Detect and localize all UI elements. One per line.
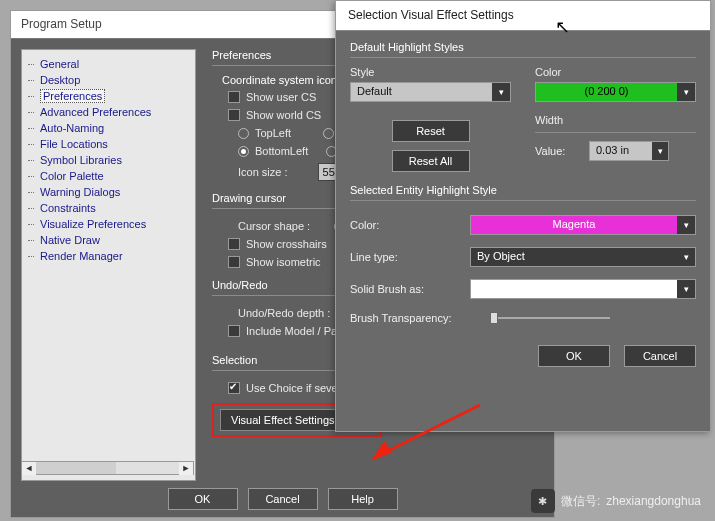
dialog-title: Selection Visual Effect Settings — [336, 1, 710, 31]
chevron-down-icon: ▾ — [677, 83, 695, 101]
show-world-cs-label: Show world CS — [246, 109, 321, 121]
slider-thumb[interactable] — [490, 312, 498, 324]
tree-horizontal-scrollbar[interactable]: ◄ ► — [21, 461, 194, 475]
topleft-label: TopLeft — [255, 127, 291, 139]
highlight-color-value: (0 200 0) — [536, 83, 677, 101]
use-choice-label: Use Choice if sever — [246, 382, 341, 394]
style-value: Default — [351, 83, 492, 101]
tree-item-constraints[interactable]: Constraints — [26, 200, 191, 216]
include-model-label: Include Model / Pape — [246, 325, 349, 337]
topleft-radio[interactable] — [238, 128, 249, 139]
dialog-cancel-button[interactable]: Cancel — [624, 345, 696, 367]
bottomleft-radio[interactable] — [238, 146, 249, 157]
tree-item-render-manager[interactable]: Render Manager — [26, 248, 191, 264]
selected-entity-group: Selected Entity Highlight Style — [350, 184, 696, 198]
brush-transparency-label: Brush Transparency: — [350, 312, 480, 324]
category-tree[interactable]: General Desktop Preferences Advanced Pre… — [21, 49, 196, 481]
default-highlight-group: Default Highlight Styles — [350, 41, 696, 55]
value-label: Value: — [535, 145, 579, 157]
style-label: Style — [350, 66, 511, 82]
width-value-field[interactable]: 0.03 in ▾ — [589, 141, 669, 161]
tree-item-color-palette[interactable]: Color Palette — [26, 168, 191, 184]
show-world-cs-checkbox[interactable] — [228, 109, 240, 121]
highlight-color-select[interactable]: (0 200 0) ▾ — [535, 82, 696, 102]
scroll-thumb[interactable] — [36, 462, 116, 474]
icon-size-label: Icon size : — [238, 166, 288, 178]
show-isometric-label: Show isometric — [246, 256, 321, 268]
show-isometric-checkbox[interactable] — [228, 256, 240, 268]
tree-item-file-locations[interactable]: File Locations — [26, 136, 191, 152]
tree-item-advanced-preferences[interactable]: Advanced Preferences — [26, 104, 191, 120]
dialog-ok-button[interactable]: OK — [538, 345, 610, 367]
chevron-down-icon: ▾ — [677, 216, 695, 234]
chevron-down-icon: ▾ — [652, 142, 668, 160]
cursor-shape-label: Cursor shape : — [238, 220, 310, 232]
tree-item-desktop[interactable]: Desktop — [26, 72, 191, 88]
tree-item-visualize-preferences[interactable]: Visualize Preferences — [26, 216, 191, 232]
width-value: 0.03 in — [590, 142, 652, 160]
show-crosshairs-checkbox[interactable] — [228, 238, 240, 250]
watermark: ✱ 微信号: zhexiangdonghua — [531, 489, 701, 513]
sel-color-value: Magenta — [471, 216, 677, 234]
setup-button-bar: OK Cancel Help — [11, 481, 554, 517]
show-user-cs-label: Show user CS — [246, 91, 316, 103]
tree-item-auto-naming[interactable]: Auto-Naming — [26, 120, 191, 136]
tree-item-symbol-libraries[interactable]: Symbol Libraries — [26, 152, 191, 168]
scroll-left-button[interactable]: ◄ — [22, 462, 36, 475]
chevron-down-icon: ▾ — [677, 248, 695, 266]
reset-all-button[interactable]: Reset All — [392, 150, 470, 172]
undo-depth-label: Undo/Redo depth : — [238, 307, 330, 319]
tree-item-native-draw[interactable]: Native Draw — [26, 232, 191, 248]
watermark-label: 微信号: — [561, 493, 600, 510]
use-choice-checkbox[interactable] — [228, 382, 240, 394]
tree-item-warning-dialogs[interactable]: Warning Dialogs — [26, 184, 191, 200]
chevron-down-icon: ▾ — [677, 280, 695, 298]
wechat-icon: ✱ — [531, 489, 555, 513]
setup-ok-button[interactable]: OK — [168, 488, 238, 510]
chevron-down-icon: ▾ — [492, 83, 510, 101]
setup-cancel-button[interactable]: Cancel — [248, 488, 318, 510]
show-crosshairs-label: Show crosshairs — [246, 238, 327, 250]
style-select[interactable]: Default ▾ — [350, 82, 511, 102]
solid-brush-value — [471, 280, 677, 298]
watermark-id: zhexiangdonghua — [606, 494, 701, 508]
topright-radio[interactable] — [323, 128, 334, 139]
bottomleft-label: BottomLeft — [255, 145, 308, 157]
tree-item-preferences[interactable]: Preferences — [26, 88, 191, 104]
visual-effect-settings-dialog: Selection Visual Effect Settings Default… — [335, 0, 711, 432]
sel-color-label: Color: — [350, 219, 460, 231]
color-label: Color — [535, 66, 696, 82]
brush-transparency-slider[interactable] — [490, 311, 610, 325]
setup-help-button[interactable]: Help — [328, 488, 398, 510]
reset-button[interactable]: Reset — [392, 120, 470, 142]
show-user-cs-checkbox[interactable] — [228, 91, 240, 103]
scroll-right-button[interactable]: ► — [179, 462, 193, 475]
solid-brush-label: Solid Brush as: — [350, 283, 460, 295]
include-model-checkbox[interactable] — [228, 325, 240, 337]
dialog-button-bar: OK Cancel — [336, 331, 710, 381]
linetype-select[interactable]: By Object ▾ — [470, 247, 696, 267]
width-label: Width — [535, 114, 696, 130]
linetype-label: Line type: — [350, 251, 460, 263]
linetype-value: By Object — [471, 248, 677, 266]
tree-item-general[interactable]: General — [26, 56, 191, 72]
solid-brush-select[interactable]: ▾ — [470, 279, 696, 299]
sel-color-select[interactable]: Magenta ▾ — [470, 215, 696, 235]
